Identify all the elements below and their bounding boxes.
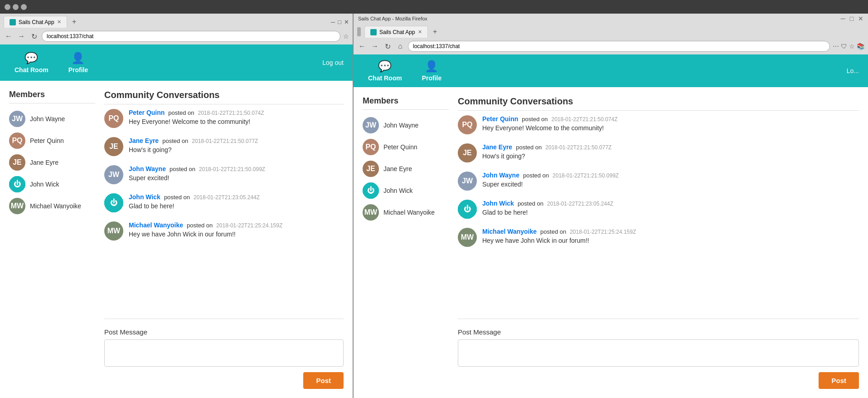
msg-author[interactable]: John Wayne	[482, 172, 519, 179]
tab-title: Sails Chat App	[19, 19, 54, 25]
msg-author[interactable]: Michael Wanyoike	[482, 228, 537, 235]
ff-address-input[interactable]	[408, 41, 830, 52]
chrome-minimize[interactable]: ─	[331, 19, 335, 25]
nav-chat-room[interactable]: 💬 Chat Room	[9, 48, 54, 77]
right-post-button[interactable]: Post	[819, 372, 859, 389]
left-app-main: Members JW John Wayne PQ Peter Quinn JE …	[0, 81, 353, 398]
msg-timestamp: 2018-01-22T21:21:50.099Z	[553, 172, 619, 179]
right-nav-chat-room[interactable]: 💬 Chat Room	[363, 56, 407, 85]
member-avatar: JE	[363, 161, 379, 177]
msg-author[interactable]: John Wick	[129, 193, 160, 201]
ff-back-button[interactable]: ←	[357, 41, 367, 51]
msg-posted-on: posted on	[162, 138, 188, 144]
avatar-img: JE	[9, 154, 25, 171]
list-item: PQ Peter Quinn	[363, 136, 449, 158]
ff-reload-button[interactable]: ↻	[383, 41, 393, 51]
msg-timestamp: 2018-01-22T21:23:05.244Z	[194, 194, 260, 201]
left-messages-area: PQ Peter Quinn posted on 2018-01-22T21:2…	[104, 109, 344, 314]
left-post-message-section: Post Message Post	[104, 328, 344, 389]
chrome-maximize[interactable]: □	[338, 19, 341, 25]
msg-posted-on: posted on	[522, 116, 548, 123]
right-post-message-input[interactable]	[458, 339, 859, 367]
msg-author[interactable]: Peter Quinn	[482, 115, 518, 123]
msg-timestamp: 2018-01-22T21:23:05.244Z	[547, 201, 613, 207]
member-name: John Wayne	[383, 122, 418, 129]
ff-minimize[interactable]: ─	[841, 15, 845, 22]
right-post-button-row: Post	[458, 372, 859, 389]
right-nav-profile-label: Profile	[422, 74, 442, 82]
window-controls	[5, 4, 27, 10]
nav-profile[interactable]: 👤 Profile	[63, 48, 94, 77]
tab-close-btn[interactable]: ✕	[57, 19, 61, 25]
ff-shield-btn[interactable]: 🛡	[841, 43, 847, 50]
forward-button[interactable]: →	[16, 31, 26, 41]
msg-avatar: PQ	[458, 115, 477, 134]
ff-tab-close-btn[interactable]: ✕	[418, 29, 422, 35]
reload-button[interactable]: ↻	[29, 31, 39, 41]
msg-text: Super excited!	[482, 181, 857, 188]
msg-avatar: MW	[104, 221, 123, 241]
avatar-img: JW	[9, 111, 25, 127]
ff-library-btn[interactable]: 📚	[857, 43, 864, 50]
msg-author[interactable]: Peter Quinn	[129, 109, 165, 116]
member-name: Michael Wanyoike	[30, 202, 81, 210]
right-browser-tab[interactable]: Sails Chat App ✕	[364, 26, 428, 38]
avatar-img: ⏻	[363, 182, 379, 199]
win-maximize-btn[interactable]	[21, 4, 27, 10]
msg-avatar-img: JE	[104, 137, 123, 156]
msg-content: Peter Quinn posted on 2018-01-22T21:21:5…	[129, 109, 341, 125]
msg-timestamp: 2018-01-22T21:21:50.077Z	[192, 138, 258, 144]
ff-forward-button[interactable]: →	[370, 41, 380, 51]
left-post-button[interactable]: Post	[303, 372, 344, 389]
msg-avatar-img: MW	[458, 228, 477, 247]
chrome-close[interactable]: ✕	[344, 19, 349, 25]
msg-content: John Wick posted on 2018-01-22T21:23:05.…	[482, 200, 857, 216]
avatar-img: PQ	[9, 133, 25, 149]
left-browser-tab[interactable]: Sails Chat App ✕	[4, 16, 67, 28]
msg-posted-on: posted on	[187, 222, 213, 229]
right-members-heading: Members	[363, 96, 449, 110]
left-post-message-input[interactable]	[104, 339, 344, 367]
msg-author[interactable]: Jane Eyre	[482, 143, 512, 151]
firefox-win-controls: ─ □ ✕	[841, 15, 863, 22]
msg-posted-on: posted on	[523, 172, 549, 179]
msg-author[interactable]: John Wick	[482, 200, 514, 207]
list-item: ⏻ John Wick	[363, 180, 449, 201]
table-row: MW Michael Wanyoike posted on 2018-01-22…	[104, 221, 341, 241]
list-item: JE Jane Eyre	[9, 152, 95, 173]
msg-author[interactable]: John Wayne	[129, 165, 166, 172]
right-nav-profile[interactable]: 👤 Profile	[417, 56, 447, 85]
ff-bookmark-btn[interactable]: ☆	[849, 43, 855, 50]
msg-author[interactable]: Michael Wanyoike	[129, 221, 183, 229]
ff-maximize[interactable]: □	[850, 15, 853, 22]
msg-text: Hey Everyone! Welcome to the community!	[129, 118, 341, 125]
ff-menu-btn[interactable]: ⋯	[833, 43, 839, 50]
ff-tab-dropdown[interactable]	[357, 27, 361, 36]
bookmark-btn[interactable]: ☆	[343, 33, 349, 40]
profile-icon: 👤	[71, 52, 85, 64]
avatar-img: JE	[363, 161, 379, 177]
msg-text: How's it going?	[129, 146, 341, 153]
ff-new-tab-button[interactable]: +	[430, 26, 441, 37]
new-tab-button[interactable]: +	[69, 16, 80, 27]
right-app-main: Members JW John Wayne PQ Peter Quinn JE …	[354, 87, 868, 398]
ff-home-button[interactable]: ⌂	[395, 41, 405, 51]
chat-room-icon: 💬	[24, 52, 38, 64]
table-row: ⏻ John Wick posted on 2018-01-22T21:23:0…	[104, 193, 341, 212]
win-close-btn[interactable]	[5, 4, 10, 10]
ff-tab-favicon	[370, 29, 377, 35]
list-item: ⏻ John Wick	[9, 173, 95, 195]
firefox-title-text: Sails Chat App - Mozilla Firefox	[358, 16, 427, 21]
win-minimize-btn[interactable]	[13, 4, 19, 10]
msg-avatar-img: PQ	[104, 109, 123, 128]
msg-author[interactable]: Jane Eyre	[129, 137, 159, 144]
member-avatar: JW	[363, 117, 379, 133]
back-button[interactable]: ←	[4, 31, 14, 41]
nav-logout[interactable]: Log out	[322, 59, 344, 66]
msg-content: Jane Eyre posted on 2018-01-22T21:21:50.…	[482, 143, 857, 160]
right-nav-logout[interactable]: Lo...	[847, 67, 859, 74]
address-input[interactable]	[42, 31, 340, 42]
msg-header: Michael Wanyoike posted on 2018-01-22T21…	[129, 221, 341, 229]
msg-timestamp: 2018-01-22T21:21:50.099Z	[199, 166, 265, 172]
ff-close[interactable]: ✕	[858, 15, 863, 22]
